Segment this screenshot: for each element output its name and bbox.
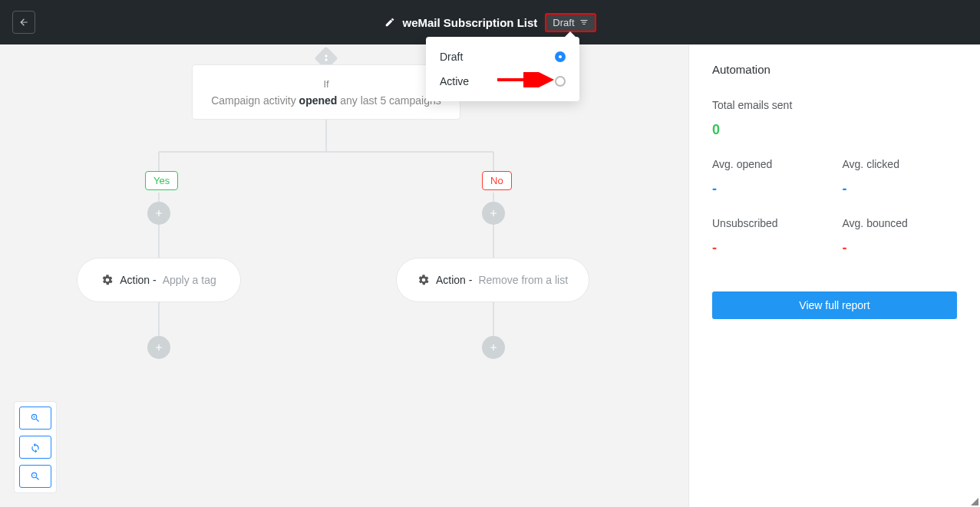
resize-handle[interactable] bbox=[971, 498, 978, 505]
automation-canvas[interactable]: If Campaign activity opened any last 5 c… bbox=[0, 44, 688, 507]
condition-text: Campaign activity opened any last 5 camp… bbox=[211, 94, 441, 107]
avg-clicked-value: - bbox=[843, 181, 958, 197]
option-label: Draft bbox=[440, 51, 463, 63]
action-card-yes[interactable]: Action - Apply a tag bbox=[77, 258, 241, 302]
sidebar-title: Automation bbox=[712, 63, 957, 76]
avg-opened-label: Avg. opened bbox=[712, 158, 827, 170]
unsubscribed-label: Unsubscribed bbox=[712, 217, 827, 229]
avg-clicked-label: Avg. clicked bbox=[843, 158, 958, 170]
gear-icon bbox=[101, 274, 114, 286]
action-label: Action - bbox=[120, 274, 156, 286]
condition-card[interactable]: If Campaign activity opened any last 5 c… bbox=[192, 64, 460, 120]
unsubscribed-value: - bbox=[712, 240, 827, 256]
option-label: Active bbox=[440, 75, 469, 87]
sidebar-automation: Automation Total emails sent 0 Avg. open… bbox=[688, 44, 980, 507]
add-step-yes-2[interactable] bbox=[147, 336, 170, 359]
filter-icon bbox=[579, 18, 589, 27]
action-sub: Apply a tag bbox=[163, 274, 216, 286]
annotation-arrow bbox=[497, 72, 559, 87]
refresh-icon bbox=[30, 442, 41, 453]
avg-opened-value: - bbox=[712, 181, 827, 197]
action-card-no[interactable]: Action - Remove from a list bbox=[396, 258, 589, 302]
branch-icon bbox=[322, 54, 331, 63]
zoom-out-button[interactable] bbox=[19, 465, 51, 488]
status-dropdown: Draft Active bbox=[426, 37, 579, 101]
back-button[interactable] bbox=[12, 11, 35, 34]
status-dropdown-trigger[interactable]: Draft bbox=[545, 13, 596, 32]
radio-selected-icon bbox=[555, 51, 566, 62]
if-label: If bbox=[323, 78, 328, 90]
branch-yes-label: Yes bbox=[145, 171, 178, 190]
action-label: Action - bbox=[436, 274, 472, 286]
total-emails-value: 0 bbox=[712, 122, 957, 138]
avg-bounced-label: Avg. bounced bbox=[843, 217, 958, 229]
plus-icon bbox=[488, 208, 499, 219]
zoom-controls bbox=[14, 401, 57, 493]
plus-icon bbox=[153, 342, 164, 353]
plus-icon bbox=[488, 342, 499, 353]
add-step-no-1[interactable] bbox=[482, 202, 505, 225]
view-full-report-button[interactable]: View full report bbox=[712, 291, 957, 319]
zoom-out-icon bbox=[30, 471, 41, 482]
zoom-reset-button[interactable] bbox=[19, 436, 51, 459]
avg-bounced-value: - bbox=[843, 240, 958, 256]
add-step-yes-1[interactable] bbox=[147, 202, 170, 225]
gear-icon bbox=[417, 274, 430, 286]
arrow-left-icon bbox=[18, 17, 29, 28]
branch-no-label: No bbox=[482, 171, 512, 190]
zoom-in-icon bbox=[30, 413, 41, 423]
add-step-no-2[interactable] bbox=[482, 336, 505, 359]
automation-title[interactable]: weMail Subscription List bbox=[402, 16, 537, 29]
zoom-in-button[interactable] bbox=[19, 407, 51, 430]
action-sub: Remove from a list bbox=[478, 274, 568, 286]
pencil-icon[interactable] bbox=[384, 17, 394, 28]
total-emails-label: Total emails sent bbox=[712, 99, 957, 111]
status-label: Draft bbox=[553, 17, 574, 28]
status-option-draft[interactable]: Draft bbox=[426, 44, 579, 69]
title-group: weMail Subscription List Draft bbox=[384, 13, 596, 32]
plus-icon bbox=[153, 208, 164, 219]
